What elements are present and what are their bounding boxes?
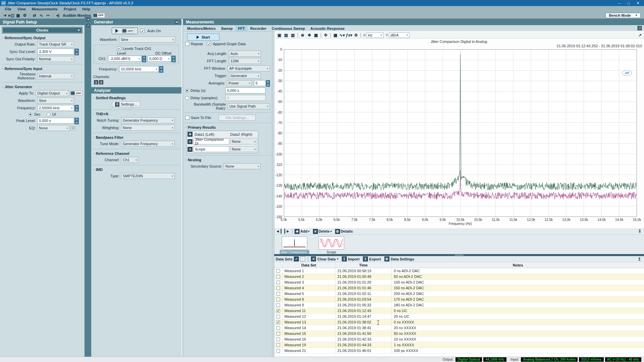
result-right-select[interactable]: None▾ <box>230 146 257 152</box>
append-graph-data-checkbox[interactable]: ✓ <box>207 42 211 46</box>
bench-mode-button[interactable]: Bench Mode▾ <box>605 13 641 18</box>
eq-browse-icon[interactable]: ⊡ <box>71 126 75 130</box>
tab-fft[interactable]: FFT <box>235 26 248 31</box>
ch1-level-stepper[interactable]: ▴▾ <box>142 56 146 62</box>
result-name-input[interactable]: Scope <box>193 146 229 152</box>
new-project-icon[interactable]: ▫▾ <box>2 13 8 18</box>
menu-file[interactable]: File <box>2 7 14 11</box>
sync-out-level-input[interactable]: 3,300 V <box>37 49 74 55</box>
clear-data-label[interactable]: Clear Data <box>317 257 335 261</box>
pan-icon[interactable]: ✜ <box>323 33 329 38</box>
dataset-row[interactable]: Measured 1421.06.2019 01:38:4120 ns XXXX… <box>274 325 644 331</box>
import-icon[interactable]: ↧ <box>342 256 347 261</box>
gen-waveform-select[interactable]: Sine▾ <box>119 37 175 43</box>
file-settings-button[interactable]: File Settings... <box>219 115 256 121</box>
trigger-select[interactable]: Generator▾ <box>229 73 261 79</box>
ui-radio[interactable] <box>47 113 50 116</box>
generator-on-off-button[interactable]: OFF <box>112 27 138 34</box>
minimize-button[interactable]: – <box>614 1 624 5</box>
first-graph-icon[interactable]: ◄┃ <box>276 229 282 234</box>
remove-result-icon[interactable]: ✕ <box>187 147 193 152</box>
dataset-row[interactable]: Measured 921.06.2019 01:05:32180 ns ADI-… <box>274 302 644 308</box>
graph-settings-icon[interactable]: ⚙ <box>353 33 359 38</box>
weighting-select[interactable]: None▾ <box>121 125 175 131</box>
averages-count-input[interactable]: 5 <box>254 80 266 86</box>
export-label[interactable]: Export <box>369 257 381 261</box>
zoom-icon[interactable]: ⊕ <box>300 33 306 38</box>
export-icon[interactable]: ↥ <box>363 256 368 261</box>
tab-sweep[interactable]: Sweep <box>218 26 235 31</box>
dataset-checkbox[interactable] <box>276 286 280 290</box>
dataset-checkbox[interactable] <box>276 349 280 353</box>
data-table-icon[interactable]: ▦ <box>332 33 338 38</box>
gen-frequency-stepper[interactable]: ▴▾ <box>159 66 163 72</box>
peak-level-stepper[interactable]: ▴▾ <box>74 118 79 124</box>
clear-data-icon[interactable]: ✕ <box>311 256 316 261</box>
dataset-checkbox[interactable] <box>276 281 280 284</box>
delay-samples-input[interactable]: 0 <box>225 95 266 101</box>
delay-samples-radio[interactable] <box>185 96 189 100</box>
dataset-row[interactable]: Measured 421.06.2019 01:01:46150 ns ADI-… <box>274 285 644 291</box>
notch-tuning-select[interactable]: Generator Frequency▾ <box>121 117 175 123</box>
last-graph-icon[interactable]: ┃► <box>283 229 290 234</box>
averages-select[interactable]: Power▾ <box>227 80 252 86</box>
clocks-selector[interactable]: Clocks▾ <box>2 27 83 34</box>
menu-help[interactable]: Help <box>79 7 93 11</box>
dataset-row[interactable]: Measured 2121.06.2019 01:46:01100 ps XXX… <box>274 348 644 354</box>
dataset-checkbox[interactable] <box>276 292 280 296</box>
details-gear-icon[interactable]: ⚙ <box>335 229 340 234</box>
dc-offset-stepper[interactable]: ▴▾ <box>171 56 176 62</box>
fft-length-select[interactable]: 128K▾ <box>229 58 261 64</box>
zoom-out-full-icon[interactable]: ▦ <box>313 33 319 38</box>
dataset-row[interactable]: Measured 1921.06.2019 01:44:331 ns XXXXX <box>274 342 644 348</box>
derived-result-fx-icon[interactable]: ƒx▾ <box>346 33 352 38</box>
repeat-checkbox[interactable] <box>185 42 189 46</box>
details-label[interactable]: Details <box>341 229 353 233</box>
peak-level-input[interactable]: 0,000 s <box>37 118 74 124</box>
maximize-button[interactable]: □ <box>624 1 633 5</box>
dataset-checkbox[interactable] <box>276 332 280 336</box>
check-all-icon[interactable]: ✓ <box>294 256 299 261</box>
ch1-level-combo[interactable]: -3,000 dBFS▾ <box>108 56 142 62</box>
dataset-row[interactable]: Measured 221.06.2019 01:00:4950 ns ADI-2… <box>274 274 644 280</box>
column-time[interactable]: Time <box>335 262 392 268</box>
import-label[interactable]: Import <box>348 257 360 261</box>
result-name-input[interactable]: Jitter Comparison Di <box>193 138 229 144</box>
delay-s-radio[interactable] <box>185 89 189 93</box>
dataset-checkbox[interactable] <box>276 298 280 301</box>
dataset-row[interactable]: ✓Measured 1121.06.2019 01:12:430 ns UC <box>274 308 644 314</box>
save-icon[interactable]: ▣ <box>15 13 21 18</box>
popout-panel-icon[interactable]: ↗ <box>86 23 90 28</box>
dataset-checkbox[interactable] <box>276 326 280 330</box>
menu-project[interactable]: Project <box>61 7 79 11</box>
generator-collapse-icon[interactable]: ⇥ <box>174 20 179 24</box>
dataset-checkbox[interactable] <box>276 303 280 307</box>
dataset-checkbox[interactable]: ✓ <box>276 320 280 324</box>
tab-acoustic-response[interactable]: Acoustic Response <box>308 26 347 31</box>
averages-count-stepper[interactable]: ▴▾ <box>266 80 270 86</box>
dataset-checkbox[interactable] <box>276 275 280 279</box>
eq-select[interactable]: None▾ <box>37 125 69 131</box>
print-icon[interactable]: ▥ <box>290 33 296 38</box>
audible-monitor-toggle[interactable]: OFF <box>93 13 105 18</box>
sweep-icon[interactable]: ∾ <box>45 13 51 18</box>
result-right-select[interactable]: None▾ <box>230 138 257 144</box>
dataset-row[interactable]: Measured 121.06.2019 00:58:190 ns ADI-2 … <box>274 268 644 274</box>
sec-radio[interactable] <box>29 113 32 116</box>
collapse-panel-icon[interactable]: ⇥ <box>86 17 90 22</box>
dataset-row[interactable]: Measured 1621.06.2019 01:42:3310 ns XXXX… <box>274 337 644 342</box>
auto-on-checkbox[interactable]: ✓ <box>141 29 145 33</box>
close-button[interactable]: ✕ <box>633 1 643 5</box>
add-graph-icon[interactable]: ✚ <box>294 229 300 234</box>
tab-monitors-meters[interactable]: Monitors/Meters <box>184 26 218 31</box>
jitter-waveform-select[interactable]: Sine▾ <box>37 98 74 104</box>
remove-result-icon[interactable]: ✕ <box>187 139 193 144</box>
dataset-row[interactable]: Measured 1221.06.2019 01:14:4720 ns UC <box>274 314 644 319</box>
column-notes[interactable]: Notes <box>392 262 644 268</box>
dataset-checkbox[interactable] <box>276 338 280 341</box>
open-project-icon[interactable]: ▸◫ <box>8 13 14 18</box>
apply-to-select[interactable]: Digital Output▾ <box>36 90 69 96</box>
gen-frequency-combo[interactable]: 10,0000 kHz▾ <box>119 66 159 72</box>
start-button[interactable]: Start <box>187 34 219 41</box>
dc-offset-combo[interactable]: 0,000 D▾ <box>148 56 171 62</box>
